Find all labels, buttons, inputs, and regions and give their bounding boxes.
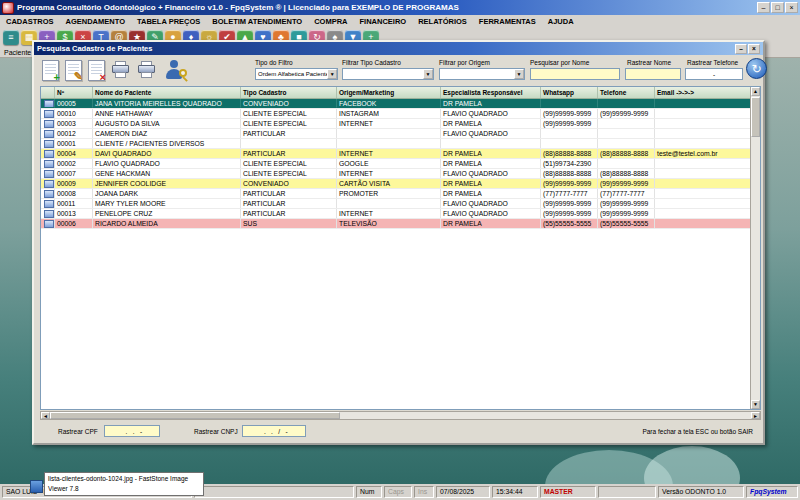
photo-icon	[44, 170, 54, 178]
column-header: Email ->->->	[655, 87, 753, 98]
scrollbar-thumb[interactable]	[751, 97, 760, 137]
cell-telefone	[598, 99, 655, 108]
cell-whatsapp	[541, 129, 598, 138]
cell-esp: DR PAMELA	[441, 189, 541, 198]
cell-telefone: (77)7777-7777	[598, 189, 655, 198]
cell-tipo: CLIENTE ESPECIAL	[241, 119, 337, 128]
track-name-label: Rastrear Nome	[627, 59, 671, 66]
app-icon	[2, 2, 14, 14]
cell-nome: MARY TYLER MOORE	[93, 199, 241, 208]
menu-item-7[interactable]: RELATÓRIOS	[412, 17, 473, 26]
cell-email	[655, 129, 753, 138]
status-panel-7: 15:34:44	[492, 486, 538, 498]
maximize-button[interactable]: □	[771, 2, 784, 13]
magnifier-icon	[182, 76, 188, 82]
patient-row[interactable]: 00004DAVI QUADRADOPARTICULARINTERNETDR P…	[41, 149, 760, 159]
scrollbar-thumb[interactable]	[50, 412, 340, 419]
patient-row[interactable]: 00011MARY TYLER MOOREPARTICULARFLAVIO QU…	[41, 199, 760, 209]
status-panel-6: 07/08/2025	[436, 486, 490, 498]
toolbar-caption-paciente[interactable]: Paciente	[4, 49, 31, 56]
cell-telefone: (88)88888-8888	[598, 169, 655, 178]
cell-whatsapp: (77)7777-7777	[541, 189, 598, 198]
cell-telefone	[598, 119, 655, 128]
cell-origem: TELEVISÃO	[337, 219, 441, 228]
chevron-down-icon[interactable]: ▼	[327, 69, 337, 79]
delete-patient-button[interactable]: ×	[88, 60, 105, 81]
patient-row[interactable]: 00006RICARDO ALMEIDASUSTELEVISÃODR PAMEL…	[41, 219, 760, 229]
cell-email	[655, 179, 753, 188]
cell-num: 00011	[55, 199, 93, 208]
track-cnpj-input[interactable]	[242, 425, 306, 437]
patient-row[interactable]: 00005JANA VITORIA MEIRELLES QUADRADOCONV…	[41, 99, 760, 109]
scroll-left-icon[interactable]: ◄	[41, 412, 50, 419]
cell-email	[655, 209, 753, 218]
scroll-down-icon[interactable]: ▼	[751, 400, 760, 409]
cell-esp: DR PAMELA	[441, 219, 541, 228]
taskbar-item-icon[interactable]	[30, 480, 43, 493]
patient-row[interactable]: 00012CAMERON DIAZPARTICULARFLAVIO QUADRA…	[41, 129, 760, 139]
add-patient-button[interactable]: +	[42, 60, 59, 81]
menu-item-5[interactable]: COMPRA	[308, 17, 353, 26]
cell-whatsapp: (99)99999-9999	[541, 209, 598, 218]
cell-num: 00006	[55, 219, 93, 228]
dialog-minimize-button[interactable]: –	[735, 44, 747, 54]
menu-item-8[interactable]: FERRAMENTAS	[473, 17, 542, 26]
cell-telefone: (88)88888-8888	[598, 149, 655, 158]
track-name-input[interactable]	[625, 68, 681, 80]
status-panel-9	[598, 486, 656, 498]
menu-item-3[interactable]: TABELA PREÇOS	[131, 17, 206, 26]
cell-email	[655, 139, 753, 148]
filter-cadastro-combo[interactable]: ▼	[342, 68, 434, 80]
patient-row[interactable]: 00013PENELOPE CRUZPARTICULARINTERNETFLAV…	[41, 209, 760, 219]
track-phone-input[interactable]	[685, 68, 743, 80]
print-button[interactable]	[111, 61, 131, 79]
menu-item-6[interactable]: FINANCEIRO	[354, 17, 413, 26]
patient-row[interactable]: 00001CLIENTE / PACIENTES DIVERSOS	[41, 139, 760, 149]
menu-item-4[interactable]: BOLETIM ATENDIMENTO	[206, 17, 308, 26]
search-name-input[interactable]	[530, 68, 620, 80]
cell-email: teste@testel.com.br	[655, 149, 753, 158]
chevron-down-icon[interactable]: ▼	[514, 69, 524, 79]
print-list-button[interactable]	[137, 61, 157, 79]
scroll-right-icon[interactable]: ►	[751, 412, 760, 419]
menubar: CADASTROSAGENDAMENTOTABELA PREÇOSBOLETIM…	[0, 15, 800, 29]
vertical-scrollbar[interactable]: ▲ ▼	[750, 87, 760, 409]
track-cnpj-label: Rastrear CNPJ	[194, 428, 238, 435]
menu-item-1[interactable]: CADASTROS	[0, 17, 60, 26]
cell-num: 00013	[55, 209, 93, 218]
scroll-up-icon[interactable]: ▲	[751, 87, 760, 96]
cell-origem: INTERNET	[337, 169, 441, 178]
horizontal-scrollbar[interactable]: ◄ ►	[40, 411, 761, 420]
patient-row[interactable]: 00010ANNE HATHAWAYCLIENTE ESPECIALINSTAG…	[41, 109, 760, 119]
scrollbar-track[interactable]	[340, 412, 751, 419]
track-cpf-input[interactable]	[104, 425, 160, 437]
track-phone-label: Rastrear Telefone	[687, 59, 738, 66]
filter-type-label: Tipo do Filtro	[255, 59, 293, 66]
refresh-button[interactable]: ↻	[746, 58, 767, 79]
photo-icon	[44, 100, 54, 108]
toolbar-icon-01[interactable]: ≡	[3, 30, 19, 45]
menu-item-9[interactable]: AJUDA	[542, 17, 580, 26]
patient-row[interactable]: 00007GENE HACKMANCLIENTE ESPECIALINTERNE…	[41, 169, 760, 179]
menu-item-2[interactable]: AGENDAMENTO	[60, 17, 131, 26]
filter-type-combo[interactable]: Ordem Alfabetica Paciente ▼	[255, 68, 338, 80]
status-panel-5: Ins	[414, 486, 434, 498]
dialog-close-button[interactable]: ×	[748, 44, 760, 54]
patient-row[interactable]: 00008JOANA DARKPARTICULARPROMOTERDR PAME…	[41, 189, 760, 199]
cell-email	[655, 99, 753, 108]
patient-row[interactable]: 00002FLAVIO QUADRADOCLIENTE ESPECIALGOOG…	[41, 159, 760, 169]
close-button[interactable]: ×	[785, 2, 798, 13]
chevron-down-icon[interactable]: ▼	[423, 69, 433, 79]
search-patient-button[interactable]	[163, 59, 187, 81]
cell-whatsapp: (99)99999-9999	[541, 199, 598, 208]
minimize-button[interactable]: –	[757, 2, 770, 13]
status-panel-4: Caps	[384, 486, 412, 498]
edit-patient-button[interactable]: ✎	[65, 60, 82, 81]
cell-num: 00008	[55, 189, 93, 198]
column-header: Nome do Paciente	[93, 87, 241, 98]
filter-origem-combo[interactable]: ▼	[439, 68, 525, 80]
plus-icon: +	[54, 71, 60, 83]
cell-whatsapp: (88)88888-8888	[541, 169, 598, 178]
patient-row[interactable]: 00003AUGUSTO DA SILVACLIENTE ESPECIALINT…	[41, 119, 760, 129]
patient-row[interactable]: 00009JENNIFER COOLIDGECONVENIADOCARTÃO V…	[41, 179, 760, 189]
